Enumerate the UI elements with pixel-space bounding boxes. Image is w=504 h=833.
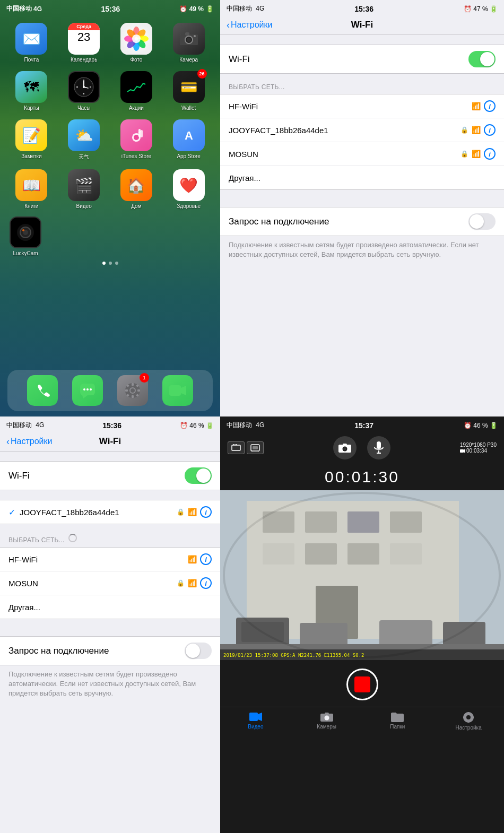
sd-card-icon[interactable]	[228, 441, 245, 454]
app-weather[interactable]: ⛅ 天气	[62, 119, 106, 161]
info-mosun-2[interactable]: i	[200, 577, 212, 589]
app-luckycam[interactable]: LuckyCam	[10, 216, 41, 256]
network-row-other-1[interactable]: Другая...	[220, 166, 504, 189]
app-mail[interactable]: ✉️ Почта	[10, 23, 54, 63]
health-icon[interactable]: ❤️	[173, 169, 205, 201]
network-row-hfwifi[interactable]: HF-WiFi 📶 i	[220, 94, 504, 118]
ask-join-section-2: Запрос на подключение Подключение к изве…	[0, 636, 220, 703]
tab-cameras[interactable]: Камеры	[291, 707, 362, 735]
books-icon[interactable]: 📖	[15, 169, 47, 201]
back-button-2[interactable]: ‹ Настройки	[6, 436, 52, 447]
facetime-icon[interactable]	[162, 375, 193, 406]
network-other-1: Другая...	[229, 173, 496, 183]
ask-join-toggle-1[interactable]	[468, 213, 496, 230]
camera-icon-app[interactable]	[173, 23, 205, 55]
info-button-jooyfact[interactable]: i	[484, 124, 496, 136]
mic-button[interactable]	[367, 436, 390, 459]
app-calendar[interactable]: Среда 23 Календарь	[62, 23, 106, 63]
tab-video[interactable]: Видео	[220, 707, 291, 735]
dock-facetime[interactable]	[162, 375, 193, 406]
app-camera[interactable]: Камера	[167, 23, 211, 63]
photos-icon[interactable]	[120, 23, 152, 55]
record-button[interactable]	[346, 669, 378, 700]
photos-label: Фото	[130, 57, 142, 63]
svg-rect-92	[468, 712, 470, 714]
app-books[interactable]: 📖 Книги	[10, 169, 54, 209]
maps-icon[interactable]: 🗺	[15, 71, 47, 103]
svg-marker-51	[181, 386, 186, 395]
info-button-hfwifi[interactable]: i	[484, 100, 496, 112]
available-row-hfwifi[interactable]: HF-WiFi 📶 i	[0, 548, 220, 571]
notes-icon[interactable]: 📝	[15, 119, 47, 151]
info-hfwifi-2[interactable]: i	[200, 553, 212, 565]
available-row-mosun-2[interactable]: MOSUN 🔒 📶 i	[0, 571, 220, 595]
messages-icon[interactable]	[72, 375, 103, 406]
ask-join-toggle-2[interactable]	[185, 643, 212, 659]
svg-rect-27	[138, 129, 141, 137]
wifi-main-section-2: Wi-Fi	[0, 461, 220, 490]
network-row-jooyfact[interactable]: JOOYFACT_18bb26a44de1 🔒 📶 i	[220, 118, 504, 142]
page-dot-2	[109, 262, 112, 265]
app-stocks[interactable]: Акции	[115, 71, 159, 111]
phone-icon[interactable]	[27, 375, 58, 406]
alarm-icon: ⏰	[179, 5, 187, 13]
svg-point-38	[90, 388, 92, 391]
app-notes[interactable]: 📝 Заметки	[10, 119, 54, 161]
appstore-icon[interactable]: A	[173, 119, 205, 151]
app-photos[interactable]: Фото	[115, 23, 159, 63]
wifi-toggle-row-2[interactable]: Wi-Fi	[0, 462, 220, 490]
tab-folders-label: Папки	[390, 724, 405, 730]
ask-join-note-1: Подключение к известным сетям будет прои…	[220, 236, 504, 264]
info-button-mosun[interactable]: i	[484, 148, 496, 160]
luckycam-label: LuckyCam	[13, 250, 38, 256]
available-name-mosun-2: MOSUN	[8, 579, 177, 588]
dock-settings[interactable]: 1	[117, 375, 148, 406]
info-button-connected[interactable]: i	[200, 506, 212, 518]
app-clock[interactable]: Часы	[62, 71, 106, 111]
network-row-mosun[interactable]: MOSUN 🔒 📶 i	[220, 142, 504, 166]
status-bar-wifi1: 中国移动 4G 15:36 ⏰ 47 % 🔋	[220, 0, 504, 15]
available-icons-mosun-2: 🔒 📶 i	[177, 577, 212, 589]
video-icon[interactable]: 🎬	[68, 169, 100, 201]
snapshot-button[interactable]	[333, 436, 357, 459]
available-row-other-2[interactable]: Другая...	[0, 595, 220, 619]
connected-network-row[interactable]: ✓ JOOYFACT_18bb26a44de1 🔒 📶 i	[0, 500, 220, 524]
svg-rect-50	[169, 385, 181, 396]
app-wallet[interactable]: 💳 26 Wallet	[167, 71, 211, 111]
luckycam-icon[interactable]	[10, 216, 41, 248]
home-icon[interactable]: 🏠	[120, 169, 152, 201]
svg-rect-52	[232, 445, 240, 450]
wifi-settings-panel-1: 中国移动 4G 15:36 ⏰ 47 % 🔋 ‹ Настройки Wi-Fi…	[220, 0, 504, 416]
app-appstore[interactable]: A App Store	[167, 119, 211, 161]
calendar-icon[interactable]: Среда 23	[68, 23, 100, 55]
spacer-1	[220, 190, 504, 197]
dock-phone[interactable]	[27, 375, 58, 406]
camera-mode-buttons	[228, 441, 264, 454]
app-video[interactable]: 🎬 Видео	[62, 169, 106, 209]
status-left: 中国移动 4G	[6, 4, 42, 13]
wallet-icon[interactable]: 💳 26	[173, 71, 205, 103]
tab-folders[interactable]: Папки	[362, 707, 433, 735]
app-home[interactable]: 🏠 Дом	[115, 169, 159, 209]
weather-icon[interactable]: ⛅	[68, 119, 100, 151]
ask-join-row-1[interactable]: Запрос на подключение	[220, 207, 504, 236]
wifi-signal-icon: 📶	[472, 102, 481, 110]
wifi-toggle-1[interactable]	[468, 51, 496, 67]
back-button-1[interactable]: ‹ Настройки	[227, 20, 272, 31]
app-health[interactable]: ❤️ Здоровье	[167, 169, 211, 209]
clock-icon[interactable]	[68, 71, 100, 103]
mail-icon[interactable]: ✉️	[15, 23, 47, 55]
weather-label: 天气	[79, 153, 89, 161]
stocks-icon[interactable]	[120, 71, 152, 103]
wifi-toggle-2[interactable]	[185, 467, 212, 484]
books-label: Книги	[24, 203, 38, 209]
wifi-toggle-row-1[interactable]: Wi-Fi	[220, 45, 504, 73]
memory-icon[interactable]	[247, 441, 264, 454]
dock-messages[interactable]	[72, 375, 103, 406]
svg-rect-44	[125, 389, 128, 392]
app-itunes[interactable]: iTunes Store	[115, 119, 159, 161]
ask-join-row-2[interactable]: Запрос на подключение	[0, 637, 220, 665]
itunes-icon[interactable]	[120, 119, 152, 151]
app-maps[interactable]: 🗺 Карты	[10, 71, 54, 111]
tab-settings[interactable]: Настройка	[433, 707, 504, 735]
